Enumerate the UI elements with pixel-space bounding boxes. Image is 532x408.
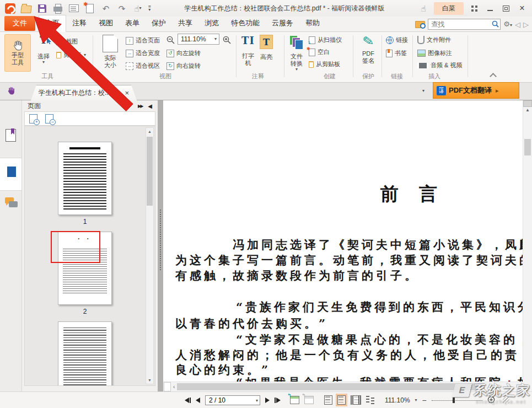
scroll-left-icon[interactable]: ‹ [171, 384, 177, 390]
select-tool-button[interactable]: T 选择 ▾ [33, 35, 54, 65]
next-view-button[interactable] [304, 396, 314, 404]
page-dropdown-icon[interactable]: ▾ [256, 399, 258, 403]
previous-page-button[interactable] [196, 398, 200, 403]
collapse-ribbon-button[interactable] [490, 73, 497, 80]
single-page-layout-button[interactable] [324, 395, 332, 405]
create-pdf-button[interactable]: ✱ [84, 3, 95, 14]
scroll-up-icon[interactable]: ▲ [523, 108, 532, 112]
pdf-translate-banner[interactable]: PDF译 PDF文档翻译 ▸ [433, 82, 519, 99]
tab-features[interactable]: 特色功能 [225, 15, 266, 31]
search-icon[interactable] [492, 20, 499, 28]
zoom-out-icon[interactable] [166, 36, 175, 44]
file-menu-button[interactable]: 文件 [4, 16, 35, 31]
thumbnail-page-1[interactable] [58, 142, 112, 215]
hand-gesture-button[interactable]: ☝▾ [132, 3, 143, 14]
thumbnail-page-3[interactable] [58, 321, 112, 386]
hand-tool-button[interactable]: 手型工具 [4, 34, 31, 72]
find-input[interactable] [428, 19, 501, 30]
close-button[interactable]: × [517, 3, 528, 14]
zoom-level-combo[interactable]: 111.10% ▾ [178, 34, 219, 45]
horizontal-scrollbar-thumb[interactable] [177, 383, 485, 390]
horizontal-scrollbar[interactable]: ‹ [163, 382, 523, 391]
resize-grip[interactable] [503, 397, 509, 404]
document-tab[interactable]: 学生机构工作总结：校... × [31, 85, 137, 100]
search-folder-icon[interactable] [415, 21, 425, 28]
like-icon[interactable]: ☝ [418, 3, 429, 14]
continuous-facing-layout-button[interactable] [366, 396, 374, 404]
facing-layout-button[interactable] [351, 395, 361, 405]
rotate-left-button[interactable]: ↺ 向左旋转 [166, 49, 201, 57]
continuous-layout-button[interactable] [337, 395, 346, 405]
fit-width-button[interactable]: ↔ 适合宽度 [126, 49, 160, 57]
thumbnail-scrollbar-thumb[interactable] [147, 137, 153, 206]
previous-view-button[interactable] [290, 396, 299, 404]
minimize-button[interactable] [485, 3, 496, 14]
save-button[interactable] [36, 3, 47, 14]
panel-expand-icon[interactable]: ▶▶ [138, 104, 142, 109]
tab-browse[interactable]: 浏览 [198, 15, 225, 31]
tab-share[interactable]: 共享 [172, 15, 198, 31]
file-attachment-button[interactable]: 文件附件 [417, 36, 451, 44]
find-next-button[interactable]: ▷ [523, 21, 529, 28]
bookmark-button[interactable]: 书签 [386, 49, 407, 57]
bookmarks-panel-button[interactable] [6, 129, 16, 142]
tab-comment[interactable]: 注释 [66, 15, 93, 31]
fit-visible-button[interactable]: ↔ 适合视区 [126, 62, 160, 70]
page-number-input[interactable] [205, 395, 260, 405]
audio-video-button[interactable]: 音频 & 视频 [417, 61, 462, 69]
tab-help[interactable]: 帮助 [299, 15, 326, 31]
fit-page-button[interactable]: ↕ 适合页面 [126, 36, 160, 45]
tab-form[interactable]: 表单 [119, 15, 146, 31]
from-clipboard-button[interactable]: 从剪贴板 [309, 60, 340, 68]
typewriter-button[interactable]: TI 打字机 [240, 36, 256, 67]
pdf-sign-button[interactable]: ✎ PDF 签名 [357, 35, 379, 65]
thumbnail-scrollbar[interactable]: ▲ ▼ [146, 127, 154, 384]
close-tab-icon[interactable]: × [125, 89, 129, 97]
redo-button[interactable]: ↷ [116, 3, 127, 14]
user-account-button[interactable]: 白菜 [434, 2, 464, 15]
undo-button[interactable]: ↶ [100, 3, 111, 14]
comments-panel-button[interactable] [5, 197, 14, 203]
current-view-rectangle[interactable] [51, 231, 100, 263]
tab-home[interactable]: 主页 [39, 15, 66, 32]
shrink-thumbnails-button[interactable] [45, 114, 53, 124]
tab-view[interactable]: 视图 [93, 15, 119, 31]
zoom-slider[interactable] [432, 396, 482, 404]
last-page-button[interactable] [275, 398, 281, 403]
tab-list-dropdown[interactable]: ▾ [422, 89, 424, 93]
clipboard-button[interactable]: 剪贴板 ▾ [56, 51, 86, 59]
next-page-button[interactable] [265, 398, 270, 403]
maximize-button[interactable] [501, 3, 512, 14]
from-scanner-button[interactable]: ↴ 从扫描仪 [309, 36, 342, 44]
print-button[interactable] [52, 3, 63, 14]
blank-page-button[interactable]: ✱ 空白 [309, 48, 330, 56]
actual-size-button[interactable]: 实际大小 [98, 35, 122, 69]
vertical-scrollbar[interactable]: ▲ [523, 100, 532, 382]
zoom-in-button[interactable] [487, 396, 496, 404]
highlight-button[interactable]: T 高亮 [258, 35, 275, 61]
foxit-logo-icon[interactable] [4, 3, 15, 14]
tab-cloud[interactable]: 云服务 [266, 15, 299, 31]
vertical-scrollbar-thumb[interactable] [524, 139, 531, 155]
snapshot-button[interactable]: 截图 [56, 37, 78, 46]
rotate-right-button[interactable]: ↻ 向右旋转 [166, 62, 201, 70]
find-previous-button[interactable]: ◁ [515, 21, 520, 28]
first-page-button[interactable] [185, 398, 191, 403]
pages-panel-button[interactable] [7, 167, 16, 177]
open-file-button[interactable] [20, 3, 31, 14]
zoom-slider-knob[interactable] [453, 398, 455, 403]
panel-collapse-icon[interactable]: ◀ [148, 103, 152, 109]
email-button[interactable] [68, 3, 79, 14]
enlarge-thumbnails-button[interactable] [29, 114, 37, 124]
image-annotation-button[interactable]: 图像标注 [417, 49, 452, 57]
zoom-dropdown-icon[interactable]: ▾ [415, 398, 417, 402]
zoom-in-icon[interactable] [223, 36, 231, 44]
file-convert-button[interactable]: 文件转换 ▾ [288, 35, 305, 72]
panel-splitter[interactable] [158, 100, 163, 391]
link-button[interactable]: 链接 [386, 36, 408, 44]
collaboration-hand-icon[interactable] [6, 86, 16, 96]
tab-protect[interactable]: 保护 [146, 15, 172, 31]
find-settings-button[interactable]: ⚙▾ [503, 20, 512, 28]
customize-toolbar-button[interactable]: =▾ [148, 5, 151, 12]
zoom-out-button[interactable]: − [422, 396, 427, 405]
